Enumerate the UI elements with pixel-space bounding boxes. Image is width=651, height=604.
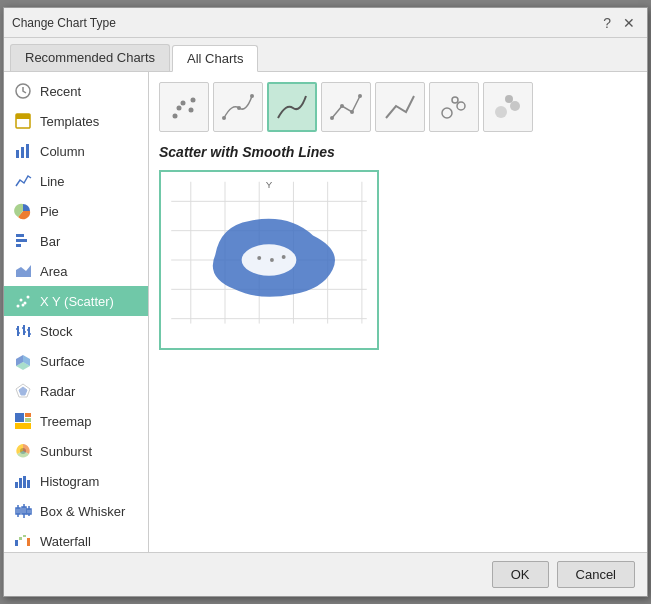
tab-bar: Recommended Charts All Charts (4, 38, 647, 72)
radar-icon (14, 382, 32, 400)
svg-point-62 (358, 94, 362, 98)
sidebar-label-recent: Recent (40, 84, 81, 99)
sidebar-item-sunburst[interactable]: Sunburst (4, 436, 148, 466)
sidebar-item-surface[interactable]: Surface (4, 346, 148, 376)
ok-button[interactable]: OK (492, 561, 549, 588)
treemap-icon (14, 412, 32, 430)
sidebar-label-box-whisker: Box & Whisker (40, 504, 125, 519)
svg-point-61 (350, 110, 354, 114)
sidebar-label-sunburst: Sunburst (40, 444, 92, 459)
sidebar-item-waterfall[interactable]: Waterfall (4, 526, 148, 552)
svg-rect-8 (16, 244, 21, 247)
svg-point-68 (505, 95, 513, 103)
sidebar-item-bar[interactable]: Bar (4, 226, 148, 256)
svg-point-10 (17, 305, 20, 308)
templates-icon (14, 112, 32, 130)
svg-text:Y: Y (266, 179, 273, 190)
area-icon (14, 262, 32, 280)
chart-preview-svg: Y (161, 172, 377, 348)
dialog-title: Change Chart Type (12, 16, 116, 30)
chart-type-scatter-straight[interactable] (375, 82, 425, 132)
help-icon[interactable]: ? (599, 15, 615, 31)
svg-rect-45 (19, 537, 22, 540)
sidebar-label-area: Area (40, 264, 67, 279)
svg-point-54 (177, 106, 182, 111)
chart-type-scatter-smooth-markers[interactable] (213, 82, 263, 132)
svg-rect-6 (16, 234, 24, 237)
svg-point-58 (250, 94, 254, 98)
svg-rect-36 (23, 476, 26, 488)
sidebar-item-line[interactable]: Line (4, 166, 148, 196)
surface-icon (14, 352, 32, 370)
svg-rect-4 (21, 147, 24, 158)
svg-point-67 (510, 101, 520, 111)
pie-icon (14, 202, 32, 220)
svg-point-60 (340, 104, 344, 108)
svg-rect-2 (16, 114, 30, 119)
svg-point-13 (27, 296, 30, 299)
sidebar-label-histogram: Histogram (40, 474, 99, 489)
svg-rect-37 (27, 480, 30, 488)
stock-icon (14, 322, 32, 340)
sidebar-item-recent[interactable]: Recent (4, 76, 148, 106)
tab-all-charts[interactable]: All Charts (172, 45, 258, 72)
chart-type-sidebar: Recent Templates Column Line (4, 72, 149, 552)
xy-scatter-icon (14, 292, 32, 310)
sidebar-item-stock[interactable]: Stock (4, 316, 148, 346)
svg-rect-31 (25, 418, 31, 422)
histogram-icon (14, 472, 32, 490)
svg-rect-47 (27, 538, 30, 546)
sidebar-item-templates[interactable]: Templates (4, 106, 148, 136)
svg-point-56 (222, 116, 226, 120)
sidebar-label-waterfall: Waterfall (40, 534, 91, 549)
chart-type-3d-bubble[interactable] (483, 82, 533, 132)
sidebar-item-box-whisker[interactable]: Box & Whisker (4, 496, 148, 526)
main-chart-area: Scatter with Smooth Lines (149, 72, 647, 552)
chart-preview-inner: Y (161, 172, 377, 348)
bar-icon (14, 232, 32, 250)
chart-type-bubble[interactable] (429, 82, 479, 132)
svg-point-66 (495, 106, 507, 118)
svg-point-52 (181, 101, 186, 106)
svg-rect-32 (15, 423, 31, 429)
chart-type-scatter[interactable] (159, 82, 209, 132)
sunburst-icon (14, 442, 32, 460)
chart-type-scatter-smooth[interactable] (267, 82, 317, 132)
sidebar-item-histogram[interactable]: Histogram (4, 466, 148, 496)
sidebar-item-xy-scatter[interactable]: X Y (Scatter) (4, 286, 148, 316)
tab-recommended-charts[interactable]: Recommended Charts (10, 44, 170, 71)
sidebar-label-templates: Templates (40, 114, 99, 129)
svg-rect-29 (15, 413, 24, 422)
sidebar-item-radar[interactable]: Radar (4, 376, 148, 406)
sidebar-label-column: Column (40, 144, 85, 159)
svg-point-63 (442, 108, 452, 118)
cancel-button[interactable]: Cancel (557, 561, 635, 588)
chart-type-scatter-straight-markers[interactable] (321, 82, 371, 132)
svg-point-55 (191, 98, 196, 103)
sidebar-label-bar: Bar (40, 234, 60, 249)
svg-rect-34 (15, 482, 18, 488)
column-icon (14, 142, 32, 160)
sidebar-item-area[interactable]: Area (4, 256, 148, 286)
svg-point-53 (189, 108, 194, 113)
svg-point-57 (237, 106, 241, 110)
waterfall-icon (14, 532, 32, 550)
svg-point-65 (452, 97, 458, 103)
svg-marker-9 (16, 265, 31, 277)
sidebar-label-stock: Stock (40, 324, 73, 339)
selected-chart-label: Scatter with Smooth Lines (159, 144, 637, 160)
sidebar-label-xy-scatter: X Y (Scatter) (40, 294, 114, 309)
sidebar-item-treemap[interactable]: Treemap (4, 406, 148, 436)
svg-rect-30 (25, 413, 31, 417)
sidebar-item-column[interactable]: Column (4, 136, 148, 166)
sidebar-item-pie[interactable]: Pie (4, 196, 148, 226)
line-icon (14, 172, 32, 190)
svg-point-64 (457, 102, 465, 110)
svg-point-82 (257, 256, 261, 260)
svg-point-83 (270, 258, 274, 262)
svg-point-84 (282, 255, 286, 259)
svg-rect-7 (16, 239, 27, 242)
close-icon[interactable]: ✕ (619, 15, 639, 31)
title-bar: Change Chart Type ? ✕ (4, 8, 647, 38)
box-whisker-icon (14, 502, 32, 520)
